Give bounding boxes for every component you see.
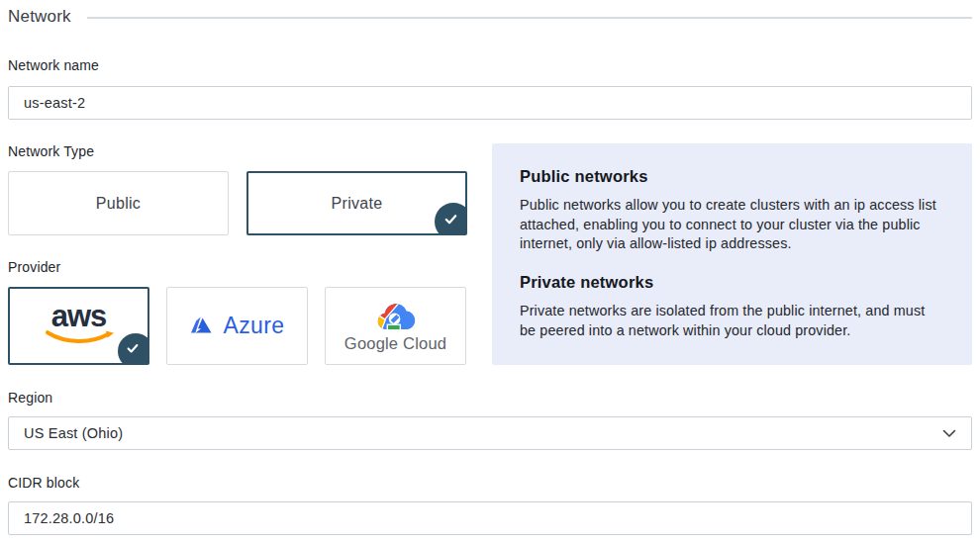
network-type-label: Network Type [8,143,467,159]
network-name-label: Network name [8,57,972,73]
google-cloud-wordmark: Google Cloud [344,334,446,353]
network-name-group: Network name [8,57,972,120]
network-type-option-label: Public [96,195,141,213]
google-cloud-logo: Google Cloud [344,300,446,353]
aws-smile-icon [44,330,115,344]
azure-wordmark: Azure [223,313,284,339]
aws-logo: aws [44,304,115,344]
network-form-page: Network Network name Network Type Public… [0,0,980,543]
region-select[interactable]: US East (Ohio) [8,416,972,450]
network-name-input[interactable] [8,86,972,120]
cidr-block-group: CIDR block [8,475,972,535]
info-body-private-networks: Private networks are isolated from the p… [520,302,944,340]
info-heading-private-networks: Private networks [520,273,944,292]
info-section-public: Public networks Public networks allow yo… [520,167,944,254]
network-type-options: Public Private [8,171,467,235]
info-heading-public-networks: Public networks [520,167,944,186]
cidr-block-input[interactable] [8,501,972,535]
region-selected-value: US East (Ohio) [24,425,123,441]
network-type-option-public[interactable]: Public [8,171,229,235]
provider-card-azure[interactable]: Azure [166,287,308,365]
section-title: Network [8,7,71,27]
region-group: Region US East (Ohio) [8,390,972,450]
region-label: Region [8,390,972,406]
provider-options: aws [8,287,467,365]
chevron-down-icon [942,429,956,438]
azure-logo: Azure [189,313,284,339]
azure-icon [189,316,216,337]
provider-group: Provider aws [8,259,467,365]
selected-check-badge [118,333,149,365]
network-type-option-private[interactable]: Private [246,171,467,235]
provider-card-google-cloud[interactable]: Google Cloud [325,287,466,365]
section-divider [87,17,972,19]
network-type-option-label: Private [332,195,383,213]
provider-card-aws[interactable]: aws [8,287,149,365]
aws-wordmark: aws [51,304,107,329]
check-icon [443,212,458,226]
check-icon [126,341,140,355]
cidr-block-label: CIDR block [8,475,972,491]
main-row: Network Type Public Private Provider [8,143,972,365]
section-header: Network [8,5,972,29]
network-info-panel: Public networks Public networks allow yo… [492,143,972,365]
info-section-private: Private networks Private networks are is… [520,273,944,340]
google-cloud-icon [375,300,417,332]
info-body-public-networks: Public networks allow you to create clus… [520,196,944,254]
left-column: Network Type Public Private Provider [8,143,467,365]
provider-label: Provider [8,259,467,275]
selected-check-badge [435,203,467,235]
